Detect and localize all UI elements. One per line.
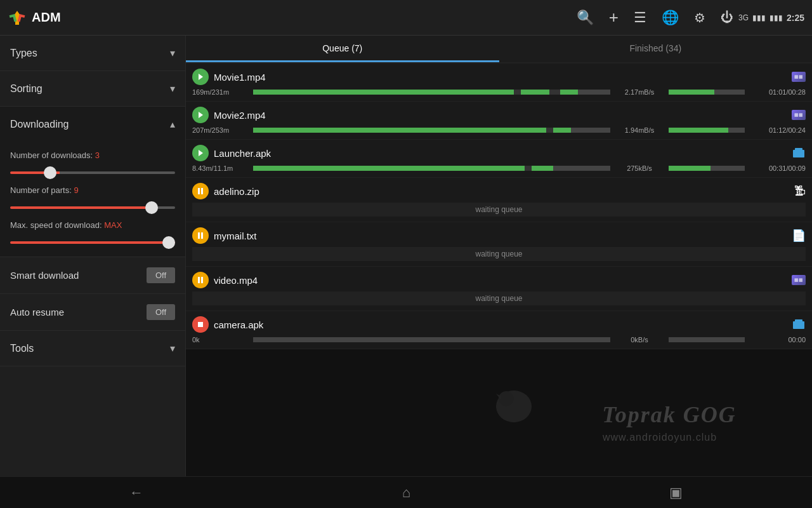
progress-text-2: 207m/253m [192,126,249,134]
download-item: Launcher.apk 8.43m/11.1m 275k [186,140,812,178]
max-speed-row: Max. speed of download: MAX [10,220,175,246]
time-progress-bar-2 [669,128,745,133]
time-progress-bar-7 [669,337,745,342]
speed-1: 2.17mB/s [614,88,665,96]
tab-finished[interactable]: Finished (34) [499,36,813,62]
svg-rect-14 [198,322,203,327]
download-item: Movie1.mp4 ▦▦ 169m/231m [186,64,812,102]
progress-text-7: 0k [192,336,249,344]
download-item: Movie2.mp4 ▦▦ 207m/253m 1.94mB [186,102,812,140]
max-speed-slider[interactable] [10,241,175,244]
stop-button-7[interactable] [192,316,209,333]
battery-indicator: ▮▮▮ [769,13,783,22]
download-filename-5: mymail.txt [214,231,257,241]
svg-marker-3 [199,74,203,80]
pause-button-4[interactable] [192,183,209,199]
download-item: mymail.txt 📄 waiting queue [186,222,812,267]
download-item: camera.apk 0k 0kB/s 00:00 [186,311,812,349]
speed-7: 0kB/s [614,336,665,344]
num-parts-slider[interactable] [10,206,175,209]
search-icon[interactable]: 🔍 [577,10,594,26]
num-downloads-label: Number of downloads: [10,150,95,160]
filetype-icon-1: ▦▦ [792,72,806,82]
filetype-icon-5: 📄 [792,229,806,243]
auto-resume-toggle[interactable]: Off [147,304,175,320]
svg-rect-9 [201,188,203,194]
svg-marker-5 [199,150,203,156]
max-speed-value: MAX [104,220,122,230]
num-downloads-slider[interactable] [10,171,175,174]
bottom-nav: ← ⌂ ▣ [0,476,812,508]
tools-label: Tools [10,343,34,354]
download-filename-4: adelino.zip [214,186,259,197]
sidebar-header-sorting[interactable]: Sorting ▾ [0,71,185,106]
settings-icon[interactable]: ⚙ [694,10,705,25]
svg-rect-12 [198,277,200,283]
auto-resume-row: Auto resume Off [0,294,185,331]
recent-apps-button[interactable]: ▣ [669,485,683,501]
sidebar-header-tools[interactable]: Tools ▾ [0,331,185,366]
svg-rect-16 [795,319,802,322]
download-filename-1: Movie1.mp4 [214,72,266,83]
clock: 2:25 [787,13,804,23]
signal-bars: ▮▮▮ [752,13,766,22]
svg-rect-7 [795,148,802,150]
network-indicator: 3G [738,13,749,22]
tab-queue[interactable]: Queue (7) [186,36,499,62]
add-icon[interactable]: + [609,8,619,27]
download-filename-6: video.mp4 [214,275,258,286]
sidebar-header-downloading[interactable]: Downloading ▴ [0,107,185,142]
time-7: 00:00 [749,336,806,344]
play-button-1[interactable] [192,69,209,85]
sidebar-header-types[interactable]: Types ▾ [0,36,185,70]
progress-bar-1 [253,90,610,95]
time-3: 00:31/00:09 [749,164,806,172]
download-filename-2: Movie2.mp4 [214,110,266,121]
pause-button-5[interactable] [192,227,209,244]
sidebar: Types ▾ Sorting ▾ Downloading ▴ [0,36,186,476]
pause-button-6[interactable] [192,272,209,288]
svg-rect-11 [201,232,203,239]
play-button-3[interactable] [192,145,209,161]
waiting-queue-4: waiting queue [192,203,806,217]
smart-download-toggle[interactable]: Off [147,267,175,283]
time-1: 01:01/00:28 [749,88,806,96]
power-icon[interactable]: ⏻ [721,10,733,25]
chevron-up-icon: ▴ [170,118,175,130]
speed-2: 1.94mB/s [614,126,665,134]
progress-bar-7 [253,337,610,342]
filetype-icon-3 [792,147,806,159]
globe-icon[interactable]: 🌐 [662,10,679,26]
play-button-2[interactable] [192,107,209,123]
num-parts-row: Number of parts: 9 [10,185,175,211]
toolbar: 🔍 + ☰ 🌐 ⚙ ⏻ [577,8,733,27]
progress-text-1: 169m/231m [192,88,249,96]
filetype-icon-6: ▦▦ [792,275,806,285]
svg-marker-4 [199,112,203,118]
sidebar-section-types: Types ▾ [0,36,185,71]
time-progress-bar-1 [669,90,745,95]
app-icon [8,8,27,27]
types-label: Types [10,48,37,59]
num-downloads-value: 3 [95,150,100,160]
menu-icon[interactable]: ☰ [634,10,646,26]
num-parts-value: 9 [74,185,78,195]
downloading-controls: Number of downloads: 3 Number of parts: … [0,142,185,257]
download-filename-3: Launcher.apk [214,148,271,159]
progress-bar-3 [253,166,610,171]
num-downloads-row: Number of downloads: 3 [10,150,175,177]
home-button[interactable]: ⌂ [402,485,410,501]
svg-rect-15 [793,321,804,329]
chevron-down-icon-sorting: ▾ [170,83,175,95]
filetype-icon-4: 🗜 [794,185,806,198]
filetype-icon-7 [792,319,806,330]
sorting-label: Sorting [10,83,43,95]
max-speed-label: Max. speed of download: [10,220,104,230]
smart-download-row: Smart download Off [0,257,185,294]
time-2: 01:12/00:24 [749,126,806,134]
back-button[interactable]: ← [129,485,143,501]
filetype-icon-2: ▦▦ [792,110,806,120]
download-item: video.mp4 ▦▦ waiting queue [186,267,812,311]
chevron-down-icon: ▾ [170,47,175,59]
num-parts-label: Number of parts: [10,185,74,195]
